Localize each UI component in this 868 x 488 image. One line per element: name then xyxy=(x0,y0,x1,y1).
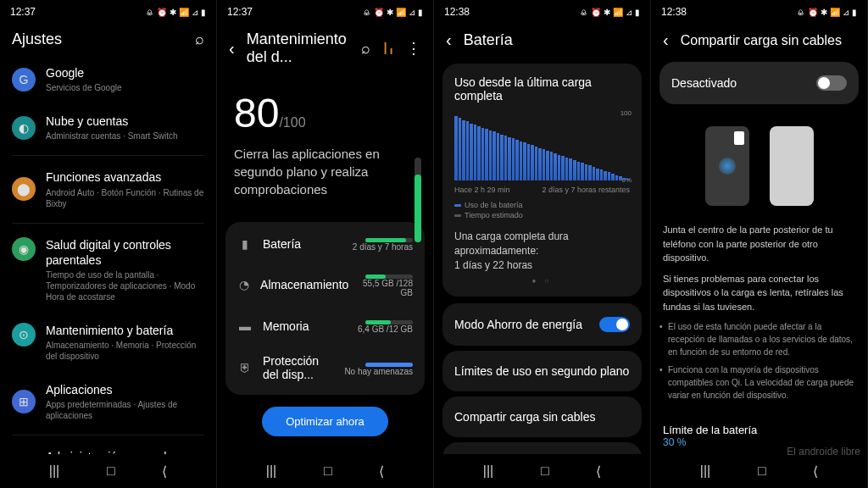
nav-bar: |||□⟨ xyxy=(651,454,867,488)
score: 80 xyxy=(234,91,279,136)
back-icon[interactable]: ‹ xyxy=(446,30,452,50)
google-icon: G xyxy=(12,68,36,92)
nav-home[interactable]: □ xyxy=(758,463,766,479)
row-storage[interactable]: ◔Almacenamiento55,5 GB /128 GB xyxy=(225,262,425,308)
shield-icon: ⛨ xyxy=(237,361,253,374)
row-powersaving[interactable]: Modo Ahorro de energía xyxy=(442,303,642,346)
time: 12:38 xyxy=(661,6,687,18)
setting-google[interactable]: GGoogleServicios de Google xyxy=(0,55,216,103)
usage-card[interactable]: Uso desde la última carga completa 100 0… xyxy=(442,64,642,297)
nav-back[interactable]: ⟨ xyxy=(596,463,601,480)
page-title: Mantenimiento del d... xyxy=(247,30,349,66)
nav-recents[interactable]: ||| xyxy=(266,463,276,479)
row-memory[interactable]: ▬Memoria6,4 GB /12 GB xyxy=(225,308,425,344)
nav-home[interactable]: □ xyxy=(324,463,332,479)
setting-battery[interactable]: ⊙Mantenimiento y bateríaAlmacenamiento ·… xyxy=(0,313,216,372)
toggle-powersaving[interactable] xyxy=(599,317,630,332)
toggle-powershare[interactable] xyxy=(816,75,847,91)
setting-advanced[interactable]: ⬤Funciones avanzadasAndroid Auto · Botón… xyxy=(0,159,216,219)
battery-icon: ⊙ xyxy=(12,323,36,347)
more-icon[interactable]: ⋮ xyxy=(406,39,421,58)
data-icon[interactable]: ┃╻ xyxy=(382,42,394,54)
time: 12:37 xyxy=(227,6,253,18)
cloud-icon: ◐ xyxy=(12,116,36,140)
nav-bar: |||□⟨ xyxy=(434,454,650,488)
nav-bar: |||□⟨ xyxy=(217,454,433,488)
row-wireless-share[interactable]: Compartir carga sin cables xyxy=(442,396,642,437)
nav-back[interactable]: ⟨ xyxy=(162,463,167,480)
memory-icon: ▬ xyxy=(237,319,253,333)
row-protection[interactable]: ⛨Protección del disp...No hay amenazas xyxy=(225,344,425,391)
limit-label[interactable]: Límite de la batería xyxy=(651,415,867,436)
page-title: Ajustes xyxy=(12,30,183,48)
status-bar: 12:38 🕭⏰✱📶⊿▮ xyxy=(434,0,650,24)
row-more-battery[interactable]: Más ajustes de batería xyxy=(442,442,642,454)
advanced-icon: ⬤ xyxy=(12,177,36,201)
page-title: Compartir carga sin cables xyxy=(681,33,855,48)
storage-icon: ◔ xyxy=(237,278,250,291)
state-row[interactable]: Desactivado xyxy=(659,62,859,104)
setting-cloud[interactable]: ◐Nube y cuentasAdministrar cuentas · Sma… xyxy=(0,103,216,152)
nav-back[interactable]: ⟨ xyxy=(813,463,818,480)
score-desc: Cierra las aplicaciones en segundo plano… xyxy=(234,145,416,198)
nav-back[interactable]: ⟨ xyxy=(379,463,384,480)
nav-recents[interactable]: ||| xyxy=(49,463,59,479)
status-bar: 12:37 🕭⏰✱📶⊿▮ xyxy=(0,0,216,24)
search-icon[interactable]: ⌕ xyxy=(361,40,370,58)
device-card: ▮Batería2 días y 7 horas ◔Almacenamiento… xyxy=(225,222,425,395)
time: 12:38 xyxy=(444,6,470,18)
setting-general[interactable]: Administración generalIdioma y teclado ·… xyxy=(0,439,216,454)
row-battery[interactable]: ▮Batería2 días y 7 horas xyxy=(225,225,425,262)
score-bar xyxy=(415,158,421,242)
back-icon[interactable]: ‹ xyxy=(229,39,235,58)
search-icon[interactable]: ⌕ xyxy=(195,30,204,48)
battery-chart: 100 0% xyxy=(454,113,630,180)
time: 12:37 xyxy=(10,6,36,18)
nav-home[interactable]: □ xyxy=(541,463,549,479)
battery-icon: ▮ xyxy=(237,237,253,251)
setting-apps[interactable]: ⊞AplicacionesApps predeterminadas · Ajus… xyxy=(0,372,216,431)
row-bglimits[interactable]: Límites de uso en segundo plano xyxy=(442,351,642,391)
back-icon[interactable]: ‹ xyxy=(663,30,669,50)
wellbeing-icon: ◉ xyxy=(12,237,36,261)
illustration xyxy=(651,109,867,223)
nav-home[interactable]: □ xyxy=(107,463,115,479)
nav-bar: |||□⟨ xyxy=(0,454,216,488)
watermark: El androide libre xyxy=(787,446,860,458)
optimize-button[interactable]: Optimizar ahora xyxy=(262,407,387,436)
apps-icon: ⊞ xyxy=(12,390,36,413)
status-bar: 12:37 🕭⏰✱📶⊿▮ xyxy=(217,0,433,24)
info-text: Junta el centro de la parte posterior de… xyxy=(651,223,867,313)
setting-wellbeing[interactable]: ◉Salud digital y controles parentalesTie… xyxy=(0,227,216,313)
page-title: Batería xyxy=(464,31,638,49)
page-dots: ● ○ xyxy=(454,277,630,285)
nav-recents[interactable]: ||| xyxy=(700,463,710,479)
nav-recents[interactable]: ||| xyxy=(483,463,493,479)
status-bar: 12:38 🕭⏰✱📶⊿▮ xyxy=(651,0,867,24)
